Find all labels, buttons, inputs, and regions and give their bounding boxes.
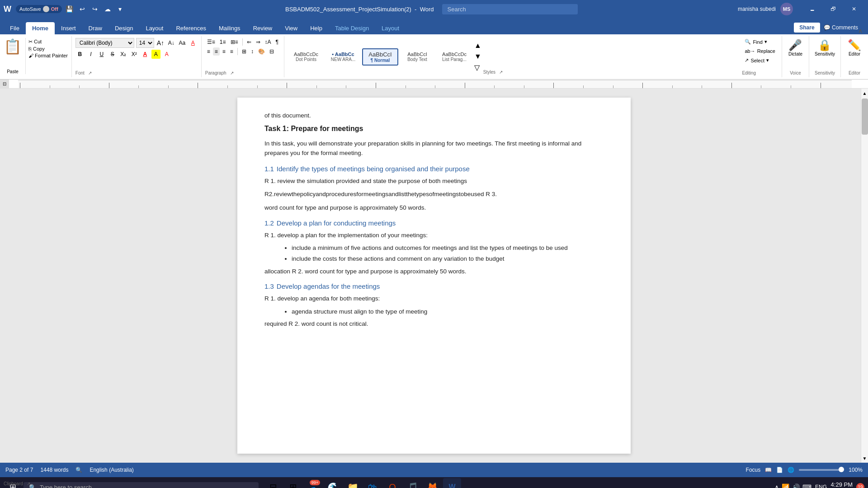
document-page[interactable]: of this document. Task 1: Prepare for me…	[237, 98, 631, 454]
share-button[interactable]: Share	[794, 23, 820, 33]
style-normal[interactable]: AaBbCcI ¶ Normal	[362, 48, 398, 66]
cut-button[interactable]: ✂ Cut	[28, 39, 68, 45]
scroll-thumb[interactable]	[862, 99, 868, 135]
increase-indent-button[interactable]: ⇒	[254, 38, 262, 46]
web-layout-button[interactable]: 🌐	[788, 467, 794, 473]
style-new-ara[interactable]: • AaBbCc NEW ARA...	[325, 49, 361, 64]
keyboard-icon[interactable]: ⌨	[802, 483, 811, 488]
bullets-button[interactable]: ☰≡	[205, 38, 217, 46]
find-button[interactable]: 🔍 Find ▾	[742, 38, 778, 46]
font-shrink-button[interactable]: A↓	[167, 38, 176, 47]
dropdown-icon[interactable]: ▾	[115, 4, 125, 14]
autosave-cloud-icon[interactable]: ☁	[103, 4, 113, 14]
highlight-color-button[interactable]: A	[151, 50, 160, 59]
subscript-button[interactable]: X₂	[119, 50, 128, 59]
dictate-button[interactable]: 🎤 Dictate	[787, 38, 804, 57]
tab-view[interactable]: View	[278, 22, 304, 34]
store-icon[interactable]: 🛍	[363, 478, 382, 488]
widgets-button[interactable]: ⊞	[284, 478, 302, 488]
word-icon[interactable]: W	[443, 478, 461, 488]
autosave-toggle[interactable]: AutoSave Off	[16, 5, 62, 13]
columns-button[interactable]: ⊞	[240, 47, 248, 56]
tab-table-design[interactable]: Table Design	[329, 22, 375, 34]
sensitivity-button[interactable]: 🔒 Sensitivity	[813, 38, 837, 57]
font-family-select[interactable]: Calibri (Body)	[75, 38, 134, 48]
copy-button[interactable]: ⎘ Copy	[28, 46, 68, 52]
tab-help[interactable]: Help	[304, 22, 329, 34]
style-body-text[interactable]: AaBbCcI Body Text	[399, 49, 435, 64]
strikethrough-button[interactable]: S	[108, 50, 117, 59]
change-case-button[interactable]: Aa	[178, 38, 187, 47]
firefox-icon[interactable]: 🦊	[423, 478, 441, 488]
minimize-button[interactable]: 🗕	[802, 0, 823, 18]
itunes-icon[interactable]: 🎵	[403, 478, 421, 488]
notification-badge[interactable]: 19	[856, 483, 864, 488]
edge-icon[interactable]: 🌊	[324, 478, 342, 488]
file-explorer-icon[interactable]: 📁	[344, 478, 362, 488]
document-scrollbar[interactable]: ▲ ▼	[861, 89, 868, 463]
line-spacing-button[interactable]: ↕	[249, 47, 255, 56]
align-left-button[interactable]: ≡	[205, 47, 212, 56]
shading-button[interactable]: 🎨	[256, 47, 267, 56]
numbering-button[interactable]: 1≡	[218, 38, 228, 46]
network-icon[interactable]: 📶	[782, 483, 789, 488]
tab-mailings[interactable]: Mailings	[212, 22, 247, 34]
styles-scroll-up[interactable]: ▲	[473, 41, 482, 51]
restore-button[interactable]: 🗗	[823, 0, 844, 18]
undo-icon[interactable]: ↩	[77, 4, 87, 14]
ribbon-collapse-arrow[interactable]: ∧	[858, 27, 864, 34]
chevron-up-icon[interactable]: ∧	[774, 483, 779, 488]
tab-references[interactable]: References	[170, 22, 212, 34]
editor-button[interactable]: ✏️ Editor	[846, 38, 863, 57]
underline-button[interactable]: U	[97, 50, 106, 59]
print-layout-button[interactable]: 📄	[776, 467, 783, 473]
style-dot-points[interactable]: AaBbCcDc Dot Points	[288, 49, 324, 64]
zoom-slider[interactable]	[799, 469, 844, 471]
read-mode-button[interactable]: 📖	[765, 467, 772, 473]
focus-button[interactable]: Focus	[746, 467, 761, 473]
close-button[interactable]: ✕	[844, 0, 864, 18]
scroll-down-arrow[interactable]: ▼	[861, 454, 868, 463]
multilevel-button[interactable]: ⊞≡	[229, 38, 240, 46]
taskbar-search[interactable]: 🔍 Type here to search	[24, 482, 259, 488]
tab-layout2[interactable]: Layout	[375, 22, 406, 34]
decrease-indent-button[interactable]: ⇐	[245, 38, 253, 46]
tab-file[interactable]: File	[4, 22, 26, 34]
scroll-up-arrow[interactable]: ▲	[861, 89, 868, 98]
italic-button[interactable]: I	[86, 50, 95, 59]
tab-design[interactable]: Design	[108, 22, 139, 34]
tab-insert[interactable]: Insert	[55, 22, 82, 34]
comments-button[interactable]: 💬 Comments	[824, 24, 858, 31]
title-search-input[interactable]	[442, 4, 578, 14]
sort-button[interactable]: ↕A	[263, 38, 273, 46]
audio-icon[interactable]: 🔊	[792, 483, 800, 488]
select-button[interactable]: ↗ Select ▾	[742, 56, 778, 64]
office-icon[interactable]: O	[383, 478, 401, 488]
styles-scroll-down[interactable]: ▼	[473, 52, 482, 61]
paste-button[interactable]: 📋	[4, 38, 22, 55]
superscript-button[interactable]: X²	[130, 50, 139, 59]
tab-review[interactable]: Review	[247, 22, 279, 34]
styles-expand[interactable]: ▽	[473, 62, 482, 73]
font-size-select[interactable]: 14	[136, 38, 154, 48]
format-painter-button[interactable]: 🖌 Format Painter	[28, 53, 68, 58]
align-center-button[interactable]: ≡	[213, 47, 220, 56]
tab-layout[interactable]: Layout	[139, 22, 170, 34]
justify-button[interactable]: ≡	[228, 47, 235, 56]
align-right-button[interactable]: ≡	[221, 47, 227, 56]
replace-button[interactable]: ab→ Replace	[742, 47, 778, 55]
save-icon[interactable]: 💾	[65, 4, 75, 14]
clear-formatting-button[interactable]: A	[189, 38, 198, 47]
font-color-button[interactable]: A	[141, 50, 150, 59]
tab-draw[interactable]: Draw	[82, 22, 108, 34]
tab-home[interactable]: Home	[26, 22, 55, 34]
task-view-button[interactable]: ⊟	[264, 478, 282, 488]
style-list-para[interactable]: AaBbCcDc List Parag...	[436, 49, 472, 64]
bold-button[interactable]: B	[75, 50, 85, 59]
show-marks-button[interactable]: ¶	[274, 38, 280, 46]
redo-icon[interactable]: ↪	[90, 4, 100, 14]
borders-button[interactable]: ⊟	[268, 47, 276, 56]
onedrive-icon[interactable]: ☁ 99+	[304, 478, 322, 488]
font-color-fill-button[interactable]: A	[162, 50, 171, 59]
font-grow-button[interactable]: A↑	[156, 38, 165, 47]
